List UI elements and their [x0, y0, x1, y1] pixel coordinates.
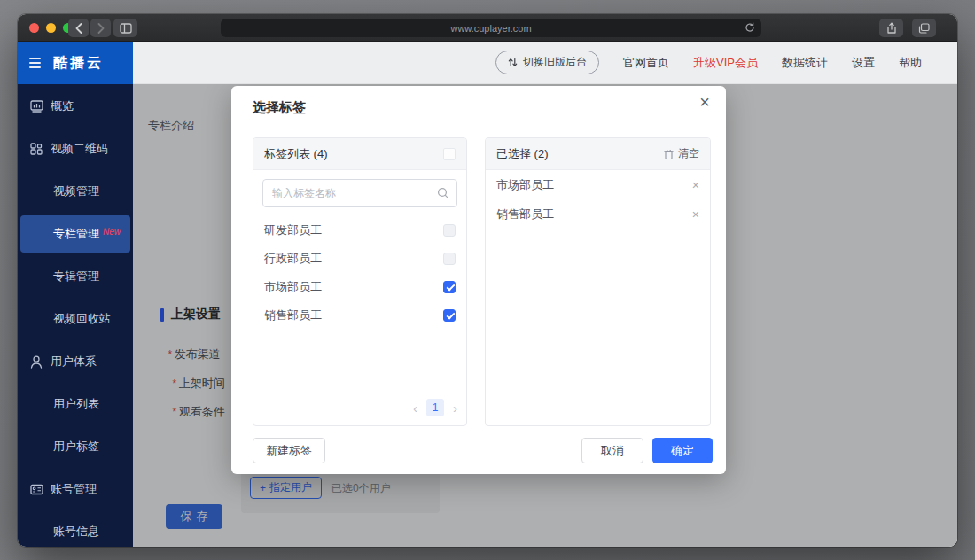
sidebar-item-video-recycle-bin[interactable]: 视频回收站: [18, 298, 133, 340]
app-header: 切换旧版后台 官网首页 升级VIP会员 数据统计 设置 帮助: [133, 42, 957, 84]
sidebar-nav: 概览 视频二维码 视频管理 专栏管理 New: [18, 84, 133, 547]
share-icon: [886, 22, 897, 35]
sidebar-item-user-tags[interactable]: 用户标签: [18, 425, 133, 468]
user-icon: [29, 354, 43, 369]
remove-tag-icon[interactable]: ×: [692, 179, 699, 191]
header-link-data-statistics[interactable]: 数据统计: [782, 55, 828, 71]
sidebar-item-label: 账号信息: [53, 524, 99, 540]
select-all-checkbox[interactable]: [443, 148, 456, 160]
tabs-overview-button[interactable]: [912, 19, 936, 37]
tag-list-panel: 标签列表 (4) 研发部员工: [253, 137, 467, 426]
tag-list-panel-header: 标签列表 (4): [254, 138, 466, 170]
sidebar-toggle-icon: [120, 23, 132, 34]
tabs-overview-icon: [918, 23, 930, 34]
selected-tag-row: 销售部员工 ×: [486, 199, 710, 229]
pagination: ‹ 1 ›: [413, 399, 457, 416]
sidebar-item-label: 视频管理: [53, 183, 99, 199]
close-icon[interactable]: ×: [699, 93, 710, 111]
trash-icon: [664, 149, 674, 159]
main-column: 切换旧版后台 官网首页 升级VIP会员 数据统计 设置 帮助 专栏介绍 上架设置…: [133, 42, 957, 547]
tag-row[interactable]: 行政部员工: [254, 245, 466, 273]
refresh-icon: [745, 22, 755, 33]
confirm-button[interactable]: 确定: [652, 438, 713, 463]
sidebar-item-label: 概览: [51, 98, 74, 114]
selected-tag-name: 销售部员工: [496, 206, 554, 222]
sidebar-item-account-management[interactable]: 账号管理: [18, 468, 133, 510]
sidebar-item-label: 视频回收站: [53, 311, 111, 327]
search-icon: [437, 187, 449, 203]
content-area: 专栏介绍 上架设置 *发布渠道 *上架时间 *观看条件 + 指定用户 已选0个用…: [133, 84, 957, 547]
selected-header-label: 已选择 (2): [496, 146, 549, 162]
sidebar-column: 酷播云 概览 视频二维码: [18, 42, 133, 547]
clear-all-label: 清空: [678, 146, 699, 161]
sidebar-item-user-list[interactable]: 用户列表: [18, 383, 133, 425]
traffic-lights: [29, 23, 73, 33]
close-window-button[interactable]: [29, 23, 39, 33]
minimize-window-button[interactable]: [46, 23, 56, 33]
switch-old-version-button[interactable]: 切换旧版后台: [495, 51, 599, 74]
browser-window: www.cuplayer.com 酷播云: [18, 14, 957, 547]
tag-name: 销售部员工: [264, 307, 322, 323]
qrcode-icon: [29, 142, 43, 156]
browser-nav-buttons: [68, 19, 111, 37]
tag-row[interactable]: 研发部员工: [254, 216, 466, 245]
tag-checkbox[interactable]: [443, 281, 456, 293]
tag-checkbox[interactable]: [443, 253, 456, 265]
idcard-icon: [29, 482, 43, 496]
tag-search-input[interactable]: [262, 179, 457, 207]
sidebar-item-overview[interactable]: 概览: [18, 85, 133, 128]
refresh-button[interactable]: [745, 22, 755, 35]
tag-name: 行政部员工: [264, 251, 322, 267]
selected-tag-name: 市场部员工: [496, 177, 554, 193]
tag-row[interactable]: 市场部员工: [254, 273, 466, 301]
clear-all-button[interactable]: 清空: [664, 146, 699, 161]
prev-page-button[interactable]: ‹: [413, 401, 417, 415]
share-button[interactable]: [879, 19, 903, 37]
sidebar-item-user-system[interactable]: 用户体系: [18, 340, 133, 383]
header-link-upgrade-vip[interactable]: 升级VIP会员: [693, 55, 758, 71]
header-link-settings[interactable]: 设置: [852, 55, 875, 71]
tag-rows: 研发部员工 行政部员工 市场部员工: [254, 216, 466, 330]
new-tag-button[interactable]: 新建标签: [253, 438, 325, 463]
tag-search: [262, 179, 457, 207]
selected-panel-header: 已选择 (2) 清空: [486, 138, 710, 170]
sidebar-item-label: 专辑管理: [53, 268, 99, 284]
tag-list-header-label: 标签列表 (4): [264, 146, 328, 162]
tag-checkbox[interactable]: [443, 224, 456, 237]
select-tags-modal: 选择标签 × 标签列表 (4): [231, 86, 726, 474]
app-logo: 酷播云: [53, 54, 104, 73]
url-text: www.cuplayer.com: [450, 23, 531, 34]
page-number[interactable]: 1: [426, 399, 444, 416]
sidebar-item-label: 用户标签: [53, 439, 99, 455]
remove-tag-icon[interactable]: ×: [692, 208, 699, 221]
forward-icon: [98, 23, 105, 34]
sidebar-item-account-info[interactable]: 账号信息: [18, 510, 133, 547]
new-badge: New: [103, 227, 121, 237]
tag-checkbox[interactable]: [443, 309, 456, 322]
selected-rows: 市场部员工 × 销售部员工 ×: [486, 170, 710, 229]
back-button[interactable]: [68, 19, 89, 37]
browser-chrome: www.cuplayer.com: [18, 14, 957, 42]
cancel-button[interactable]: 取消: [581, 438, 644, 463]
switch-version-icon: [508, 58, 518, 67]
sidebar-toggle-button[interactable]: [113, 19, 137, 37]
logo-block: 酷播云: [18, 42, 133, 84]
next-page-button[interactable]: ›: [453, 401, 457, 415]
sidebar-item-video-management[interactable]: 视频管理: [18, 170, 133, 213]
switch-old-version-label: 切换旧版后台: [523, 55, 587, 70]
tag-row[interactable]: 销售部员工: [254, 301, 466, 330]
browser-right-buttons: [879, 19, 936, 37]
sidebar-item-video-qrcode[interactable]: 视频二维码: [18, 128, 133, 170]
header-link-official-site[interactable]: 官网首页: [623, 55, 669, 71]
address-bar[interactable]: www.cuplayer.com: [221, 19, 761, 37]
sidebar-item-column-management[interactable]: 专栏管理 New: [20, 215, 130, 253]
header-link-help[interactable]: 帮助: [899, 55, 922, 71]
menu-collapse-icon[interactable]: [29, 58, 41, 68]
back-icon: [75, 23, 82, 34]
sidebar-item-label: 用户体系: [51, 354, 97, 369]
sidebar-item-label: 账号管理: [51, 481, 97, 497]
overview-icon: [29, 99, 43, 113]
forward-button[interactable]: [90, 19, 111, 37]
selected-tags-panel: 已选择 (2) 清空 市场部员工 ×: [485, 137, 711, 426]
sidebar-item-album-management[interactable]: 专辑管理: [18, 255, 133, 298]
